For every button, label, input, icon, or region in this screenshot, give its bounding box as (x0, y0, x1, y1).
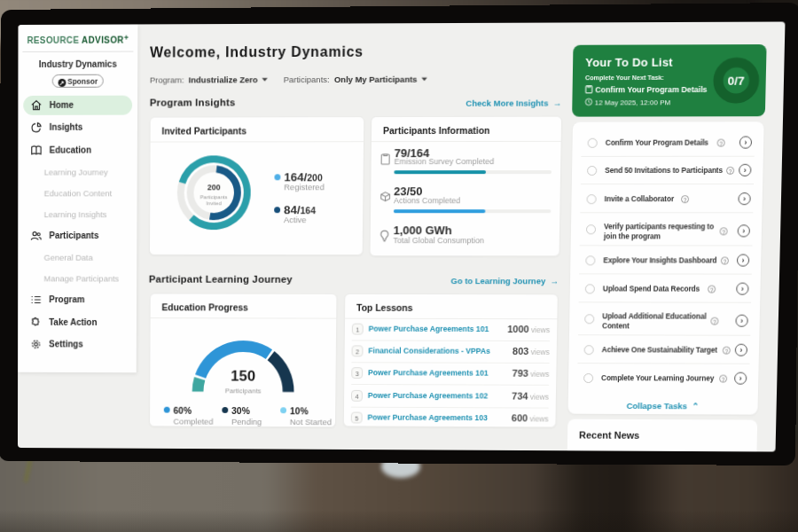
svg-text:Invited: Invited (206, 200, 221, 206)
svg-text:Participants: Participants (200, 194, 228, 200)
svg-text:200: 200 (207, 183, 221, 192)
svg-text:Participants: Participants (225, 387, 262, 395)
svg-text:0/7: 0/7 (728, 74, 745, 88)
svg-text:150: 150 (231, 368, 255, 385)
